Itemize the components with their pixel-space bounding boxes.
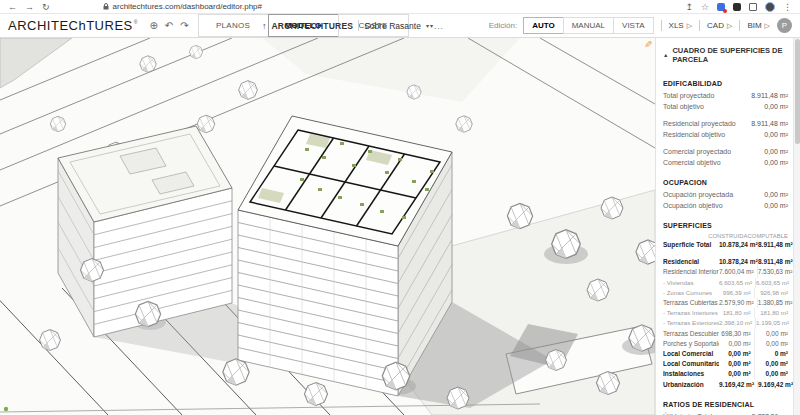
row-label: Instalaciones	[663, 369, 719, 379]
row-label: Comercial objetivo	[663, 158, 764, 169]
redo-icon[interactable]: ↷	[180, 20, 188, 31]
padlock-icon	[103, 3, 109, 10]
mode-vista-button[interactable]: VISTA	[613, 17, 654, 34]
browser-menu-icon[interactable]: ⋮	[783, 2, 792, 12]
table-row: - Zonas Comunes996,39 m²926,98 m²	[663, 288, 788, 298]
row-value-construida: 181,80 m²	[719, 308, 755, 318]
mode-manual-button[interactable]: MANUAL	[563, 17, 614, 34]
cad-label: CAD	[707, 21, 724, 30]
section-title-ocupacion: OCUPACION	[663, 179, 788, 186]
browser-chrome: ← → ↻ architechtures.com/dashboard/edito…	[0, 0, 800, 14]
export-arrow-icon: ▷	[687, 22, 692, 30]
bookmark-star-icon[interactable]: ☆	[701, 2, 709, 12]
row-value-construida: 698,30 m²	[719, 329, 755, 339]
xls-export-button[interactable]: XLS ▷	[669, 21, 693, 30]
row-label: - Zonas Comunes	[663, 288, 719, 298]
level-more[interactable]: ...	[434, 21, 444, 31]
row-value-construida: 10.878,24 m²	[719, 257, 758, 267]
bim-label: BIM	[747, 21, 761, 30]
divider	[739, 20, 740, 31]
table-row: Local Comunitario0,00 m²0,00 m²	[663, 359, 788, 369]
table-row: Comercial objetivo0,00 m²	[663, 158, 788, 169]
surfaces-panel-title: CUADRO DE SUPERFICIES DE PARCELA	[672, 46, 788, 64]
3d-viewport[interactable]	[0, 38, 655, 415]
browser-reload-icon[interactable]: ↻	[42, 2, 50, 12]
row-value-construida: 0,00 m²	[719, 339, 755, 349]
row-value-computable: 0,00 m²	[755, 339, 788, 349]
address-bar[interactable]: architechtures.com/dashboard/editor.php#	[103, 2, 262, 11]
bim-export-button[interactable]: BIM ▷	[747, 21, 770, 30]
table-row: Terrazas Cubiertas2.579,90 m²1.380,85 m²	[663, 298, 788, 308]
extension-icon[interactable]	[717, 3, 725, 11]
project-name: ARCHITECHTURES	[272, 21, 354, 31]
table-row: Residencial Interior7.600,04 m²7.530,63 …	[663, 267, 788, 277]
row-value-construida: 0,00 m²	[719, 349, 755, 359]
row-value-construida: 2.398,10 m²	[719, 318, 756, 328]
row-label: Residencial Interior	[663, 267, 719, 277]
superficies-rows: Superficie Total10.878,24 m²8.911,48 m²R…	[663, 240, 788, 390]
page-scrollbar[interactable]	[793, 38, 800, 415]
ocupacion-rows: Ocupación proyectada0,00 m²Ocupación obj…	[663, 190, 788, 211]
url-text: architechtures.com/dashboard/editor.php#	[113, 2, 262, 11]
row-label: Residencial	[663, 257, 719, 267]
scrollbar-thumb[interactable]	[795, 39, 800, 144]
table-row: Residencial10.878,24 m²8.911,48 m²	[663, 257, 788, 267]
table-row: Residencial proyectado8.911,48 m²	[663, 119, 788, 130]
row-value-computable: 926,98 m²	[755, 288, 788, 298]
section-title-ratios: RATIOS DE RESIDENCIAL	[663, 401, 788, 408]
secondary-chevron-down-icon[interactable]: ▾	[430, 22, 433, 29]
row-value-construida: 6.603,65 m²	[719, 278, 756, 288]
column-header-computable: COMPUTABLE	[747, 233, 788, 239]
mode-auto-button[interactable]: AUTO	[523, 17, 564, 34]
row-value-computable: 1.380,85 m²	[758, 298, 793, 308]
superficies-column-headers: CONSTRUIDA COMPUTABLE	[663, 233, 788, 239]
table-row: Ocupación objetivo0,00 m²	[663, 201, 788, 212]
row-value-construida: 10.878,24 m²	[719, 240, 758, 250]
app-logo[interactable]: ARCHITEChTURES ®	[8, 14, 137, 37]
undo-icon[interactable]: ↶	[165, 20, 173, 31]
export-arrow-icon: ▷	[727, 22, 732, 30]
row-label: Urbanización	[663, 380, 719, 390]
row-value: 0,00 m²	[764, 158, 788, 169]
collapse-up-icon: ▲	[663, 52, 668, 58]
browser-back-icon[interactable]: ←	[8, 2, 17, 12]
cad-export-button[interactable]: CAD ▷	[707, 21, 732, 30]
row-value: 0,00 m²	[764, 190, 788, 201]
project-up-icon[interactable]: ↑	[262, 21, 267, 31]
surfaces-panel-header[interactable]: ▲ CUADRO DE SUPERFICIES DE PARCELA	[663, 46, 788, 64]
row-value-construida: 0,00 m²	[719, 369, 755, 379]
tab-planos[interactable]: PLANOS	[198, 14, 269, 37]
table-row: Instalaciones0,00 m²0,00 m²	[663, 369, 788, 379]
row-value-computable: 0 m²	[755, 349, 788, 359]
surfaces-panel: ▲ CUADRO DE SUPERFICIES DE PARCELA EDIFI…	[655, 38, 793, 415]
extensions-pin-icon[interactable]	[733, 3, 741, 11]
row-value-computable: 0,00 m²	[755, 369, 788, 379]
shrub	[4, 407, 8, 411]
column-header-construida: CONSTRUIDA	[708, 233, 747, 239]
divider	[661, 20, 662, 31]
row-value: 8.911,48 m²	[751, 119, 788, 130]
crosshair-tool-icon[interactable]: ⊕	[149, 20, 157, 31]
user-avatar[interactable]: P	[777, 18, 792, 33]
divider	[699, 20, 700, 31]
row-value-construida: 9.169,42 m²	[719, 380, 758, 390]
edit-pencil-icon[interactable]: ✎	[644, 39, 652, 50]
row-label: Local Comunitario	[663, 359, 719, 369]
row-value-computable: 6.603,65 m²	[756, 278, 789, 288]
row-label: Terrazas Cubiertas	[663, 298, 719, 308]
row-value-computable: 8.911,48 m²	[758, 257, 793, 267]
row-value: 0,00 m²	[764, 147, 788, 158]
table-row: Total objetivo0,00 m²	[663, 102, 788, 113]
share-icon[interactable]: ↥	[685, 2, 693, 12]
side-panel-icon[interactable]	[749, 3, 757, 11]
browser-profile-avatar[interactable]	[765, 2, 775, 12]
row-value-computable: 7.530,63 m²	[758, 267, 793, 277]
row-value-computable: 0,00 m²	[755, 329, 788, 339]
table-row: Total proyectado8.911,48 m²	[663, 91, 788, 102]
row-value: 8.911,48 m²	[751, 91, 788, 102]
level-selector[interactable]: Sobre Rasante	[364, 21, 421, 31]
browser-forward-icon[interactable]: →	[25, 2, 34, 12]
chevron-down-icon[interactable]: ▾	[426, 22, 429, 29]
row-label: Residencial objetivo	[663, 130, 764, 141]
table-row: Superficie Total10.878,24 m²8.911,48 m²	[663, 240, 788, 250]
